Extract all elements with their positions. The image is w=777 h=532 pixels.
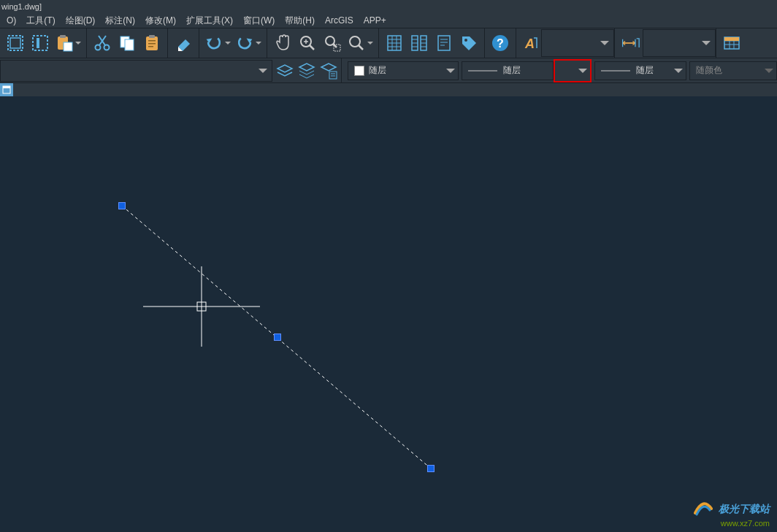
pan-button[interactable] [270,31,295,55]
lineweight-combo[interactable]: 随层 [594,61,686,80]
svg-text:A: A [524,36,535,51]
svg-rect-34 [3,86,10,88]
linetype-combo[interactable]: 随层 [348,61,459,80]
zoom-in-button[interactable] [295,31,320,55]
svg-rect-29 [724,37,739,41]
watermark-url: www.xz7.com [694,519,770,528]
color-swatch-icon [354,66,364,76]
layer-stack2-icon[interactable] [296,58,318,83]
svg-point-8 [104,45,110,50]
svg-text:?: ? [497,37,504,50]
model-tab[interactable] [0,83,13,96]
menu-extensions[interactable]: 扩展工具(X) [181,15,238,27]
chevron-down-icon [75,42,81,45]
menu-bar: O) 工具(T) 绘图(D) 标注(N) 修改(M) 扩展工具(X) 窗口(W)… [0,13,777,28]
color-combo[interactable]: 随颜色 [689,61,777,80]
svg-rect-5 [60,35,66,38]
chevron-down-icon [446,69,455,73]
redo-button[interactable] [233,31,264,55]
lineweight-value: 随层 [636,64,654,77]
select-crossing-button[interactable] [28,31,53,55]
grid-building-icon[interactable] [382,31,407,55]
undo-button[interactable] [202,31,233,55]
chevron-down-icon [702,41,711,45]
text-style-dropdown[interactable] [541,29,614,57]
table-style-button[interactable] [719,31,744,55]
svg-rect-15 [148,46,153,47]
svg-rect-14 [148,43,156,45]
svg-rect-30 [329,72,337,79]
copy-button[interactable] [115,31,139,55]
svg-rect-12 [149,35,155,38]
properties-toolbar: 随层 随层 随层 随颜色 [0,58,777,83]
main-toolbar: ? A [0,28,777,58]
menu-help[interactable]: 帮助(H) [280,15,320,27]
svg-rect-13 [148,40,156,42]
tag-icon[interactable] [456,31,481,55]
chevron-down-icon [674,69,683,73]
chevron-down-icon [259,69,267,73]
svg-rect-6 [64,42,72,51]
watermark: 极光下载站 www.xz7.com [694,500,770,528]
svg-rect-10 [125,39,134,50]
layer-stack1-icon[interactable] [274,58,296,83]
menu-draw[interactable]: 绘图(D) [61,15,101,27]
clipboard-button[interactable] [139,31,164,55]
grid-columns-icon[interactable] [407,31,432,55]
menu-modify[interactable]: 修改(M) [140,15,181,27]
dim-style-dropdown[interactable] [643,29,716,57]
layer-manager-icon[interactable] [318,58,340,83]
crosshair-cursor [143,266,260,347]
grip-mid[interactable] [274,334,281,341]
svg-point-19 [350,36,360,47]
eraser-button[interactable] [171,31,196,55]
document-title: wing1.dwg] [1,2,42,11]
paste-button[interactable] [53,31,83,55]
watermark-logo-icon [694,500,713,519]
color-value: 随颜色 [696,64,722,77]
chevron-down-icon [367,42,373,45]
chevron-down-icon [256,42,261,45]
linetype-name-value: 随层 [503,64,521,77]
chevron-down-icon [765,69,773,73]
title-bar: wing1.dwg] [0,0,777,13]
drawing-canvas[interactable]: 极光下载站 www.xz7.com [0,96,777,532]
chevron-down-icon [600,41,609,45]
document-icon[interactable] [432,31,456,55]
svg-point-24 [464,39,467,42]
zoom-extents-button[interactable] [345,31,375,55]
svg-rect-3 [37,38,39,48]
tab-bar [0,83,777,96]
menu-appplus[interactable]: APP+ [359,15,391,26]
text-style-button[interactable]: A [519,31,541,55]
linetype-value: 随层 [369,64,386,77]
menu-window[interactable]: 窗口(W) [238,15,280,27]
layer-dropdown[interactable] [0,60,272,82]
dimension-style-button[interactable] [618,31,643,55]
svg-point-7 [96,45,101,50]
svg-rect-23 [438,36,450,50]
svg-rect-1 [10,38,20,48]
menu-o[interactable]: O) [1,15,21,26]
chevron-down-icon [578,69,587,73]
zoom-window-button[interactable] [320,31,345,55]
linetype-name-combo[interactable]: 随层 [462,61,554,80]
watermark-name: 极光下载站 [719,503,770,514]
grip-end[interactable] [427,465,435,472]
linetype-arrow-highlighted[interactable] [554,59,592,82]
cut-button[interactable] [90,31,115,55]
menu-dimension[interactable]: 标注(N) [100,15,140,27]
select-window-button[interactable] [3,31,28,55]
help-button[interactable]: ? [488,31,513,55]
svg-rect-2 [33,36,47,50]
grip-start[interactable] [118,202,126,209]
menu-arcgis[interactable]: ArcGIS [320,15,359,26]
chevron-down-icon [225,42,231,45]
menu-tools[interactable]: 工具(T) [21,15,60,27]
